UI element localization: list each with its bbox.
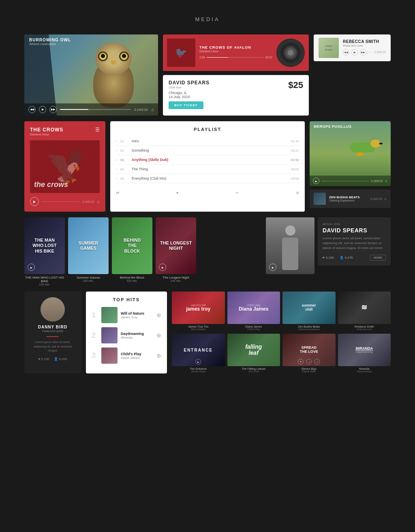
pl-shuffle[interactable]: ⇄ bbox=[116, 191, 119, 195]
entrance-play-icon[interactable]: ▶ bbox=[195, 359, 201, 365]
movie-play-icon[interactable]: ▶ bbox=[28, 264, 35, 271]
next-button[interactable]: ▶▶ bbox=[49, 106, 57, 113]
video-subtitle: Athene cunicularia bbox=[29, 42, 71, 46]
playlist-item-2[interactable]: › 02. Something 05:27 bbox=[116, 146, 299, 155]
menu-icon[interactable]: ☰ bbox=[95, 127, 100, 133]
rebecca-controls: ◀◀ ▶ ▶▶ 2:15/5:23 bbox=[343, 49, 386, 56]
pl-bookmark[interactable]: ♥ bbox=[176, 191, 179, 195]
album-thumb-diana[interactable]: child's play Diana James bbox=[227, 292, 280, 324]
album-play-button[interactable]: ▶ bbox=[30, 197, 39, 206]
featured-artist-name: DANNY BIRD bbox=[30, 325, 75, 329]
album-sub-falling: One Truth bbox=[227, 370, 280, 373]
featured-fans-stat: ♥ 5,150 bbox=[39, 357, 49, 361]
rebecca-smith-player: childknow REBECCA SMITH Draw the Line ◀◀… bbox=[314, 34, 391, 61]
buy-ticket-button[interactable]: BUY TICKET bbox=[169, 101, 203, 109]
artist-followers-stat: 👤 6,476 bbox=[340, 256, 353, 260]
hit-num-1: 1 bbox=[92, 311, 98, 320]
playlist-item-3[interactable]: › 03. Anything (Skillz Dub) 04:52 bbox=[116, 155, 299, 165]
album-info-crows: THE CROWS OF AVALON Darkest Hour 2:09 05… bbox=[199, 45, 272, 60]
album-grid: nature's will james troy James Troy Trio… bbox=[172, 292, 391, 373]
hit-name-3: Child's Play bbox=[121, 352, 153, 356]
album-sub-miranda: Daydreaming bbox=[338, 370, 391, 373]
bird-play-button[interactable]: ▶ bbox=[313, 178, 319, 184]
featured-artist-avatar bbox=[41, 297, 65, 322]
hit-item-2: 2 Daydreaming Miranda ⊕ bbox=[92, 327, 161, 343]
album-volume-icon[interactable]: ♫ bbox=[97, 200, 100, 204]
hit-item-1: 1 Will of Nature James Troy ⊕ bbox=[92, 307, 161, 323]
playlist-item-5[interactable]: › 05. Everything (Club Mix) 04:08 bbox=[116, 174, 299, 183]
rebecca-next[interactable]: ▶▶ bbox=[360, 49, 366, 56]
album-label-steven: Steven Bigz bbox=[282, 367, 336, 370]
video-title: BURROWING OWL bbox=[29, 38, 71, 42]
movie-poster-man-bike[interactable]: THE MANWHO LOSTHIS BIKE ▶ bbox=[24, 217, 65, 274]
zen-volume-icon[interactable]: ♫ bbox=[384, 197, 387, 201]
bird-volume-icon[interactable]: ♫ bbox=[385, 179, 387, 183]
album-thumb-zen[interactable]: summerchill bbox=[282, 292, 336, 324]
album-thumb-falling[interactable]: fallingleaf bbox=[227, 334, 280, 366]
rebecca-prev[interactable]: ◀◀ bbox=[343, 49, 349, 56]
album-thumb-miranda[interactable]: MIRANDA Daydreaming bbox=[338, 334, 391, 366]
steven-heart-icon[interactable]: ♥ bbox=[298, 359, 304, 365]
featured-stats: ♥ 5,150 👤 6,450 bbox=[30, 357, 75, 361]
movie-poster-summer[interactable]: SUMMERGAMES bbox=[68, 217, 109, 274]
hit-add-2[interactable]: ⊕ bbox=[156, 332, 161, 339]
video-progress-bar[interactable] bbox=[60, 109, 131, 110]
ticket-date: 14 July, 2015 bbox=[169, 95, 303, 99]
album-thumb-steven[interactable]: SPREADTHE LOVE ♥ ↗ + bbox=[282, 334, 336, 366]
pl-more[interactable]: ⊕ bbox=[296, 191, 299, 195]
movie-card-man-bike: THE MANWHO LOSTHIS BIKE ▶ THE MAN WHO LO… bbox=[24, 217, 65, 286]
playlist-item-4[interactable]: › 04. The Thing 03:02 bbox=[116, 165, 299, 174]
artist-info-label: Artist info bbox=[323, 222, 386, 226]
playlist-title: PLAYLIST bbox=[116, 127, 299, 132]
movie-poster-night[interactable]: THE LONGESTNIGHT ▶ bbox=[156, 217, 196, 274]
row3-container: THE MANWHO LOSTHIS BIKE ▶ THE MAN WHO LO… bbox=[24, 217, 391, 286]
album-thumb-entrance[interactable]: ENTRANCE ▶ bbox=[172, 334, 225, 366]
album-thumb-james-troy[interactable]: nature's will james troy bbox=[172, 292, 225, 324]
bird-illustration bbox=[350, 137, 383, 158]
movie-night-play-icon[interactable]: ▶ bbox=[159, 264, 166, 271]
rebecca-album-art: childknow bbox=[319, 38, 339, 58]
hit-add-1[interactable]: ⊕ bbox=[156, 312, 161, 318]
movie-card-night: THE LONGESTNIGHT ▶ The Longest Night 145… bbox=[156, 217, 196, 286]
pl-share[interactable]: ↩ bbox=[235, 191, 239, 195]
cd-disc bbox=[276, 39, 305, 67]
top-hits-title: TOP HITS bbox=[92, 297, 161, 302]
movie-poster-behind[interactable]: BEHINDTHEBLOCK bbox=[112, 217, 152, 274]
bird-video-column: MEROPS PUSILLUS ▶ 2:15/5:23 ♫ ZEN BUDHA … bbox=[310, 121, 391, 212]
album-sub-steven: Digital Video bbox=[282, 370, 336, 373]
volume-icon[interactable]: ♫ bbox=[151, 107, 154, 112]
album-label-falling: The Falling Leaves bbox=[227, 367, 280, 370]
video-time: 2:15/5:23 bbox=[134, 108, 148, 112]
album-grid-rebbeca: ≋ Rebbeca Smith Draw the Line bbox=[338, 292, 391, 330]
more-button[interactable]: MORE bbox=[370, 255, 386, 261]
playlist-card: PLAYLIST › 01. Intro 01:34 › 02. Somethi… bbox=[110, 121, 305, 212]
rebecca-progress[interactable] bbox=[368, 52, 372, 52]
play-button[interactable]: ▶ bbox=[39, 106, 46, 113]
playlist-item-1[interactable]: › 01. Intro 01:34 bbox=[116, 137, 299, 146]
movie-duration-summer: 220 min. bbox=[68, 279, 109, 282]
time-total: 05:07 bbox=[265, 56, 272, 59]
album-large-subtitle: Darkest Hour bbox=[30, 133, 100, 136]
movie-card-behind: BEHINDTHEBLOCK Behind the Block 320 min. bbox=[112, 217, 152, 286]
hit-num-3: 3 bbox=[92, 352, 98, 360]
album-thumb-rebbeca[interactable]: ≋ bbox=[338, 292, 391, 324]
album-label-miranda: Miranda bbox=[338, 367, 391, 370]
musician-play-icon[interactable]: ▶ bbox=[269, 264, 276, 271]
zen-thumbnail bbox=[314, 193, 326, 205]
hit-num-2: 2 bbox=[92, 331, 98, 340]
movie-title-night: The Longest Night bbox=[156, 276, 196, 279]
album-label-rebbeca: Rebbeca Smith bbox=[338, 325, 391, 328]
hit-add-3[interactable]: ⊕ bbox=[156, 352, 161, 359]
prev-button[interactable]: ◀◀ bbox=[28, 106, 36, 113]
album-large-crows: THE CROWS Darkest Hour ☰ 🦅 the crows ▶ 2… bbox=[24, 121, 105, 212]
steven-add-icon[interactable]: + bbox=[314, 359, 320, 365]
rebecca-play[interactable]: ▶ bbox=[351, 49, 358, 56]
movie-duration-man-bike: 126 min. bbox=[24, 283, 65, 286]
album-progress-bar[interactable] bbox=[207, 57, 264, 58]
page-title: MEDIA bbox=[24, 16, 391, 22]
album-grid-miranda: MIRANDA Daydreaming Miranda Daydreaming bbox=[338, 334, 391, 373]
bird-time: 2:15/5:23 bbox=[371, 180, 383, 182]
video-progress-fill bbox=[60, 109, 88, 110]
hit-artist-2: Miranda bbox=[121, 336, 153, 339]
steven-share-icon[interactable]: ↗ bbox=[306, 359, 312, 365]
